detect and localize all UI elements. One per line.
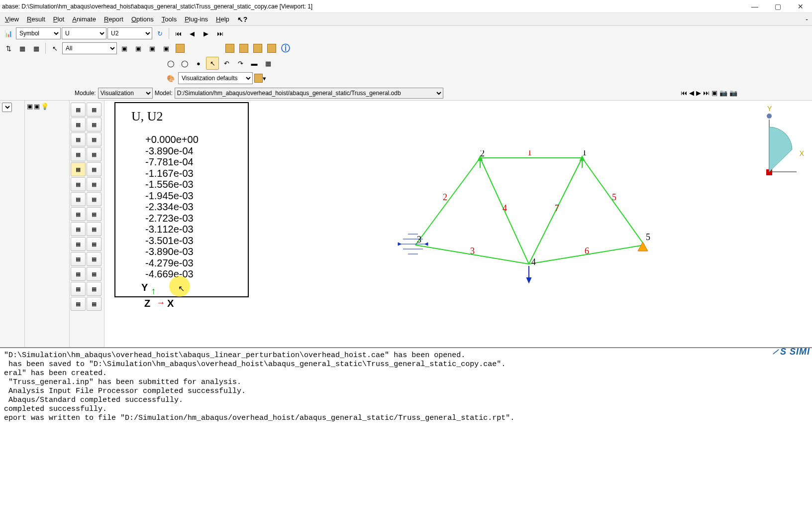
vbtn-15[interactable]: ▦ (71, 207, 86, 221)
minimize-button[interactable]: — (743, 0, 766, 13)
menu-report[interactable]: Report (100, 13, 127, 25)
camera-icon[interactable] (719, 89, 727, 97)
vbtn-23[interactable]: ▦ (71, 267, 86, 281)
menu-plugins[interactable]: Plug-ins (181, 13, 212, 25)
element-label: 3 (470, 246, 475, 256)
vbtn-2[interactable]: ▦ (87, 103, 102, 117)
vbtn-21[interactable]: ▦ (71, 252, 86, 266)
select-arrow-icon[interactable]: ↖ (48, 42, 61, 55)
last-frame-button[interactable] (213, 27, 226, 40)
tool-c-icon[interactable]: ▣ (146, 42, 159, 55)
ctx-next-button[interactable] (696, 89, 701, 97)
circle1-icon[interactable]: ◯ (164, 57, 177, 70)
titlebar: abase: D:\Simulation\hm_abaqus\overhead_… (0, 0, 812, 13)
circle2-icon[interactable]: ◯ (178, 57, 191, 70)
persp4-icon[interactable] (265, 42, 278, 55)
persp1-icon[interactable] (223, 42, 236, 55)
ctx-first-button[interactable] (681, 89, 687, 97)
context-help-icon[interactable]: ↖? (237, 15, 248, 23)
filter-select[interactable]: All (62, 42, 117, 54)
beam2-icon[interactable]: ▦ (30, 42, 43, 55)
menu-tools[interactable]: Tools (158, 13, 181, 25)
ctx-last-button[interactable] (703, 89, 710, 97)
bulb-icon[interactable] (41, 103, 49, 110)
vbtn-1[interactable]: ▦ (71, 103, 86, 117)
vbtn-26[interactable]: ▦ (87, 282, 102, 296)
component-select[interactable]: U2 (107, 27, 152, 39)
menubar: View Result Plot Animate Report Options … (0, 13, 812, 26)
vbtn-19[interactable]: ▦ (71, 237, 86, 251)
first-frame-button[interactable] (172, 27, 185, 40)
ctx-tool1-icon[interactable]: ▣ (711, 89, 717, 97)
undo-icon[interactable]: ↶ (220, 57, 233, 70)
vbtn-8[interactable]: ▦ (87, 147, 102, 161)
vbtn-27[interactable]: ▦ (71, 297, 86, 311)
vbtn-25[interactable]: ▦ (71, 282, 86, 296)
grid-icon[interactable]: ▦ (262, 57, 275, 70)
info-icon[interactable] (279, 42, 292, 55)
menu-animate[interactable]: Animate (68, 13, 100, 25)
iso-view-icon[interactable] (174, 42, 187, 55)
vbtn-24[interactable]: ▦ (87, 267, 102, 281)
menubar-min-icon[interactable]: - (802, 15, 812, 23)
vbtn-18[interactable]: ▦ (87, 222, 102, 236)
field-output-icon[interactable]: 📊 (2, 27, 15, 40)
tool-b-icon[interactable]: ▣ (132, 42, 145, 55)
symbol-select[interactable]: Symbol (16, 27, 61, 39)
vbtn-11[interactable]: ▦ (71, 177, 86, 191)
persp2-icon[interactable] (237, 42, 250, 55)
module-label: Module: (75, 90, 96, 97)
menu-view[interactable]: View (1, 13, 23, 25)
next-frame-button[interactable] (200, 27, 212, 40)
refresh-icon[interactable] (153, 27, 166, 40)
vbtn-5[interactable]: ▦ (71, 132, 86, 146)
close-button[interactable]: ✕ (789, 0, 812, 13)
q2-icon[interactable]: ▣ (34, 103, 40, 110)
tool-a-icon[interactable]: ▣ (118, 42, 131, 55)
persp3-icon[interactable] (251, 42, 264, 55)
sort-icon[interactable]: ⇅ (2, 42, 15, 55)
vbtn-12[interactable]: ▦ (87, 177, 102, 191)
vbtn-20[interactable]: ▦ (87, 237, 102, 251)
vbtn-22[interactable]: ▦ (87, 252, 102, 266)
vbtn-16[interactable]: ▦ (87, 207, 102, 221)
stack-icon[interactable]: ▬ (248, 57, 261, 70)
palette-icon[interactable]: 🎨 (164, 72, 177, 85)
viz-defaults-select[interactable]: Visualization defaults (178, 72, 253, 84)
vbtn-4[interactable]: ▦ (87, 118, 102, 131)
menu-options[interactable]: Options (127, 13, 158, 25)
vbtn-9[interactable]: ▦ (71, 162, 86, 176)
menu-plot[interactable]: Plot (49, 13, 68, 25)
vbtn-10[interactable]: ▦ (87, 162, 102, 176)
model-select[interactable]: D:/Simulation/hm_abaqus/overhead_hoist/a… (175, 88, 443, 99)
maximize-button[interactable]: ▢ (766, 0, 789, 13)
module-select[interactable]: Visualization (98, 88, 153, 99)
q1-icon[interactable]: ▣ (27, 103, 33, 110)
redo-icon[interactable]: ↷ (234, 57, 247, 70)
tree-select[interactable] (2, 103, 12, 112)
circle3-icon[interactable]: ● (192, 57, 205, 70)
orient-x-label: X (800, 149, 804, 157)
cube-dropdown-icon[interactable]: ▾ (254, 72, 267, 85)
vbtn-6[interactable]: ▦ (87, 132, 102, 146)
vbtn-7[interactable]: ▦ (71, 147, 86, 161)
ctx-prev-button[interactable] (689, 89, 694, 97)
vbtn-17[interactable]: ▦ (71, 222, 86, 236)
vbtn-13[interactable]: ▦ (71, 192, 86, 206)
prev-frame-button[interactable] (186, 27, 199, 40)
viewport[interactable]: U, U2 +0.000e+00-3.890e-04-7.781e-04-1.1… (104, 101, 812, 347)
tool-d-icon[interactable]: ▣ (160, 42, 173, 55)
menu-help[interactable]: Help (212, 13, 233, 25)
vbtn-14[interactable]: ▦ (87, 192, 102, 206)
message-area[interactable]: "D:\Simulation\hm_abaqus\overhead_hoist\… (0, 347, 812, 422)
camera2-icon[interactable] (729, 89, 737, 97)
beam-icon[interactable]: ▦ (16, 42, 29, 55)
vbtn-28[interactable]: ▦ (87, 297, 102, 311)
element-label: 7 (555, 203, 559, 213)
variable-select[interactable]: U (62, 27, 106, 39)
left-panel (0, 101, 25, 347)
vbtn-3[interactable]: ▦ (71, 118, 86, 131)
pick-icon[interactable]: ↖ (206, 57, 219, 70)
menu-result[interactable]: Result (23, 13, 49, 25)
orientation-widget[interactable]: Y X (749, 105, 794, 184)
